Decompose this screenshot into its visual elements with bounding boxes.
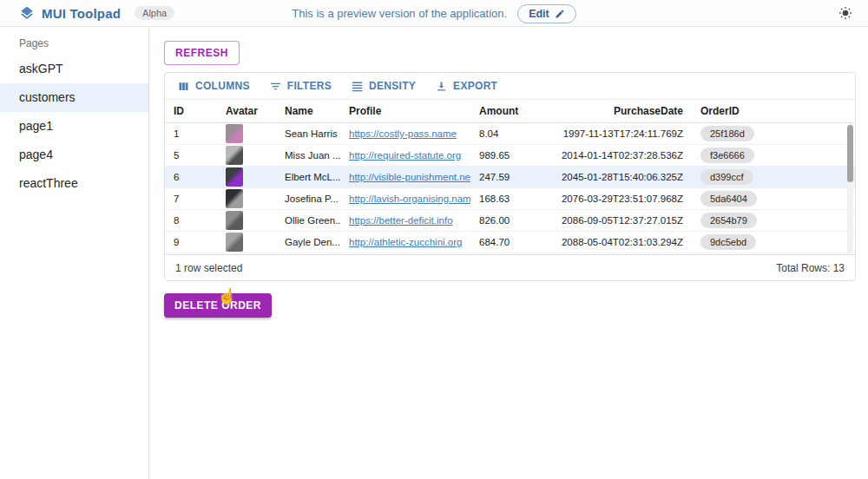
profile-link[interactable]: https://better-deficit.info	[349, 215, 453, 226]
avatar	[226, 167, 243, 187]
cell-avatar	[217, 233, 276, 252]
table-row[interactable]: 7Josefina P...http://lavish-organising.n…	[165, 188, 855, 210]
column-header-amount[interactable]: Amount	[470, 105, 540, 117]
table-row[interactable]: 9Gayle Den...http://athletic-zucchini.or…	[165, 232, 855, 253]
cell-order-id: 2654b79	[692, 213, 855, 228]
density-label: DENSITY	[369, 80, 416, 92]
cell-purchase-date: 2014-01-14T02:37:28.536Z	[540, 150, 692, 161]
profile-link[interactable]: http://lavish-organising.name	[349, 194, 470, 204]
cell-order-id: 9dc5ebd	[692, 234, 855, 250]
cell-profile: http://athletic-zucchini.org	[340, 237, 470, 247]
top-app-bar: MUI Toolpad Alpha This is a preview vers…	[0, 0, 868, 27]
pencil-icon	[555, 9, 565, 19]
refresh-button[interactable]: REFRESH	[164, 41, 240, 65]
export-button[interactable]: EXPORT	[428, 76, 504, 96]
grid-vertical-scrollbar[interactable]	[847, 123, 853, 253]
sidebar-item-customers[interactable]: customers	[0, 83, 148, 112]
preview-banner-text: This is a preview version of the applica…	[292, 7, 507, 20]
scrollbar-thumb[interactable]	[847, 125, 853, 182]
cell-name: Josefina P...	[276, 194, 340, 204]
sidebar-item-page4[interactable]: page4	[0, 141, 148, 169]
cell-name: Gayle Den...	[276, 237, 340, 247]
cell-name: Miss Juan ...	[276, 150, 340, 161]
columns-button[interactable]: COLUMNS	[170, 76, 257, 96]
app-title: MUI Toolpad	[42, 6, 121, 21]
theme-toggle-button[interactable]	[837, 4, 854, 22]
sidebar: Pages askGPTcustomerspage1page4reactThre…	[0, 27, 149, 479]
columns-icon	[177, 80, 190, 93]
order-id-chip: 2654b79	[700, 213, 757, 228]
cell-profile: https://costly-pass.name	[340, 128, 470, 139]
export-icon	[435, 80, 448, 93]
order-id-chip: d399ccf	[700, 169, 753, 185]
grid-footer: 1 row selected Total Rows: 13	[165, 254, 855, 280]
filters-button[interactable]: FILTERS	[262, 76, 339, 96]
cell-purchase-date: 1997-11-13T17:24:11.769Z	[540, 128, 692, 139]
export-label: EXPORT	[453, 80, 497, 92]
order-id-chip: 5da6404	[700, 191, 757, 207]
sidebar-item-page1[interactable]: page1	[0, 112, 148, 141]
columns-label: COLUMNS	[195, 80, 250, 92]
profile-link[interactable]: https://costly-pass.name	[349, 128, 457, 139]
cell-avatar	[217, 146, 276, 165]
edit-button[interactable]: Edit	[517, 4, 576, 23]
avatar	[226, 233, 243, 252]
cell-profile: http://visible-punishment.net	[340, 172, 470, 182]
table-row[interactable]: 6Elbert McL...http://visible-punishment.…	[165, 167, 855, 188]
cell-profile: http://required-statute.org	[340, 150, 470, 161]
column-header-profile[interactable]: Profile	[340, 105, 470, 117]
delete-order-button[interactable]: DELETE ORDER	[164, 293, 272, 318]
order-id-chip: f3e6666	[700, 148, 754, 163]
toolpad-layers-icon	[19, 5, 35, 21]
column-header-avatar[interactable]: Avatar	[217, 105, 276, 117]
sidebar-item-askGPT[interactable]: askGPT	[0, 55, 148, 83]
table-row[interactable]: 5Miss Juan ...http://required-statute.or…	[165, 145, 855, 167]
alpha-badge: Alpha	[135, 6, 174, 20]
cell-amount: 826.00	[470, 215, 540, 226]
density-button[interactable]: DENSITY	[344, 76, 423, 96]
cell-order-id: 25f186d	[692, 126, 855, 141]
cell-avatar	[217, 167, 276, 187]
filters-label: FILTERS	[287, 80, 332, 92]
cell-order-id: f3e6666	[692, 148, 855, 163]
cell-name: Ollie Green...	[276, 215, 340, 226]
pages-section-label: Pages	[0, 27, 148, 55]
cell-avatar	[217, 189, 276, 208]
profile-link[interactable]: http://visible-punishment.net	[349, 172, 470, 182]
cell-purchase-date: 2076-03-29T23:51:07.968Z	[540, 194, 692, 204]
order-id-chip: 9dc5ebd	[700, 234, 756, 250]
cell-purchase-date: 2086-09-05T12:37:27.015Z	[540, 215, 692, 226]
column-header-id[interactable]: ID	[165, 105, 217, 117]
cell-purchase-date: 2088-05-04T02:31:03.294Z	[540, 237, 692, 247]
cell-profile: http://lavish-organising.name	[340, 194, 470, 204]
grid-header-row: IDAvatarNameProfileAmountPurchaseDateOrd…	[165, 99, 855, 123]
density-icon	[351, 80, 364, 93]
cell-amount: 8.04	[470, 128, 540, 139]
total-rows: Total Rows: 13	[776, 262, 845, 274]
avatar	[226, 124, 243, 143]
avatar	[226, 189, 243, 208]
profile-link[interactable]: http://athletic-zucchini.org	[349, 237, 462, 247]
cell-avatar	[217, 124, 276, 143]
column-header-purchasedate[interactable]: PurchaseDate	[540, 105, 692, 117]
grid-rows-viewport: 1Sean Harrishttps://costly-pass.name8.04…	[165, 123, 855, 254]
brand: MUI Toolpad Alpha	[19, 5, 174, 21]
cell-purchase-date: 2045-01-28T15:40:06.325Z	[540, 172, 692, 182]
column-header-orderid[interactable]: OrderID	[692, 105, 855, 117]
profile-link[interactable]: http://required-statute.org	[349, 150, 461, 161]
sidebar-item-reactThree[interactable]: reactThree	[0, 169, 148, 198]
avatar	[226, 146, 243, 165]
main-content: REFRESH COLUMNSFILTERSDENSITYEXPORT IDAv…	[150, 27, 868, 479]
cell-id: 6	[165, 172, 217, 182]
sun-icon	[838, 6, 852, 20]
cell-name: Sean Harris	[276, 128, 340, 139]
table-row[interactable]: 1Sean Harrishttps://costly-pass.name8.04…	[165, 123, 855, 145]
grid-toolbar: COLUMNSFILTERSDENSITYEXPORT	[165, 73, 855, 99]
table-row[interactable]: 8Ollie Green...https://better-deficit.in…	[165, 210, 855, 232]
cell-id: 7	[165, 194, 217, 204]
data-grid: COLUMNSFILTERSDENSITYEXPORT IDAvatarName…	[164, 72, 856, 281]
cell-id: 1	[165, 128, 217, 139]
column-header-name[interactable]: Name	[276, 105, 340, 117]
cell-amount: 247.59	[470, 172, 540, 182]
cell-name: Elbert McL...	[276, 172, 340, 182]
